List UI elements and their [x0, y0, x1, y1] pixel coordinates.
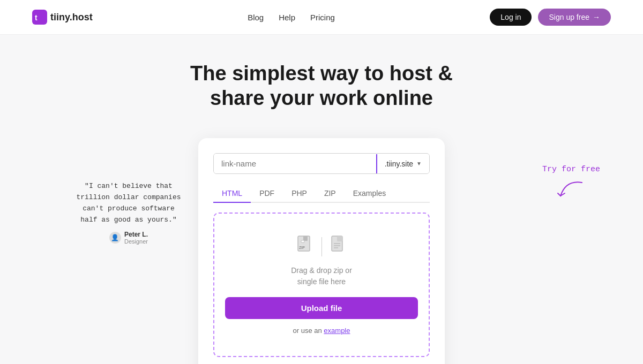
file-type-tabs: HTML PDF PHP ZIP Examples	[213, 185, 430, 203]
hero-title: The simplest way to host & share your wo…	[161, 62, 482, 110]
url-bar: .tiiny.site ▼	[213, 153, 430, 174]
upload-button[interactable]: Upload file	[225, 297, 418, 319]
tab-pdf[interactable]: PDF	[251, 185, 283, 203]
avatar: 👤	[109, 232, 121, 244]
logo-icon: t	[32, 10, 47, 25]
testimonial-quote: "I can't believe that trillion dollar co…	[75, 181, 182, 225]
divider	[322, 237, 322, 256]
login-button[interactable]: Log in	[490, 9, 532, 26]
nav-help[interactable]: Help	[279, 13, 295, 22]
or-example: or use an example	[225, 327, 418, 335]
tab-html[interactable]: HTML	[213, 185, 251, 203]
signup-button[interactable]: Sign up free	[538, 9, 611, 26]
nav-actions: Log in Sign up free	[490, 9, 611, 26]
testimonial: "I can't believe that trillion dollar co…	[75, 181, 182, 245]
svg-rect-7	[337, 236, 342, 241]
nav-blog[interactable]: Blog	[248, 13, 264, 22]
svg-text:ZIP: ZIP	[299, 246, 305, 249]
single-file-icon	[328, 235, 348, 259]
domain-selector[interactable]: .tiiny.site ▼	[376, 154, 429, 173]
dropzone-text: Drag & drop zip or single file here	[225, 265, 418, 287]
arrow-icon	[555, 177, 587, 204]
dropzone[interactable]: ZIP Drag & drop zip or single file here	[213, 213, 430, 357]
svg-rect-4	[301, 240, 304, 242]
zip-file-icon: ZIP	[296, 235, 315, 259]
tab-zip[interactable]: ZIP	[316, 185, 345, 203]
main-card: .tiiny.site ▼ HTML PDF PHP ZIP Examples …	[198, 138, 445, 364]
testimonial-author: 👤 Peter L. Designer	[75, 231, 182, 245]
main-card-wrapper: "I can't believe that trillion dollar co…	[0, 138, 643, 364]
try-free-text: Try for free	[542, 165, 600, 174]
nav-pricing[interactable]: Pricing	[310, 13, 335, 22]
dropzone-icons: ZIP	[225, 235, 418, 259]
link-name-input[interactable]	[214, 154, 376, 173]
chevron-down-icon: ▼	[416, 161, 422, 166]
nav-links: Blog Help Pricing	[248, 13, 335, 22]
hero-section: The simplest way to host & share your wo…	[0, 35, 643, 138]
svg-text:t: t	[35, 13, 38, 22]
tab-php[interactable]: PHP	[283, 185, 316, 203]
author-role: Designer	[124, 238, 148, 245]
example-link[interactable]: example	[324, 327, 350, 335]
tab-examples[interactable]: Examples	[345, 185, 394, 203]
logo[interactable]: t tiiny.host	[32, 10, 93, 25]
try-free-callout: Try for free	[542, 165, 600, 206]
author-name: Peter L.	[124, 231, 148, 238]
navbar: t tiiny.host Blog Help Pricing Log in Si…	[0, 0, 643, 35]
